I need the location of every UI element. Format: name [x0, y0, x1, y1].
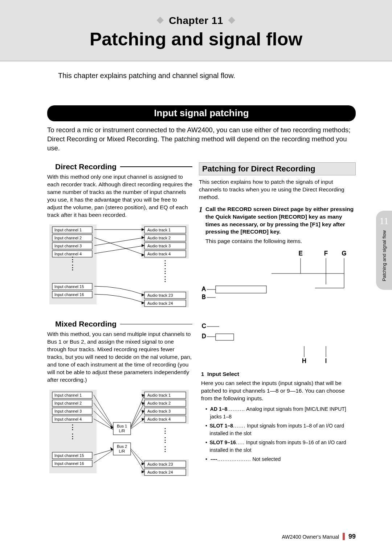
callout-I: I — [325, 358, 327, 364]
input-select-body: Here you can select the inputs (input si… — [201, 380, 356, 402]
callout-G: G — [342, 250, 346, 256]
input-select-list: • AD 1–8.......... Analog input signals … — [205, 405, 356, 463]
direct-recording-body: With this method only one input channel … — [47, 173, 192, 219]
svg-text:⋮: ⋮ — [69, 433, 76, 440]
svg-text:⋮: ⋮ — [162, 259, 168, 267]
heading-rule — [120, 324, 192, 325]
label: Input channel 16 — [54, 461, 84, 466]
callout-C: C — [202, 323, 206, 329]
svg-text:⋮: ⋮ — [162, 267, 168, 275]
side-tab: 11 Patching and signal flow — [376, 211, 392, 290]
side-tab-number: 11 — [376, 216, 392, 227]
svg-rect-76 — [216, 286, 266, 293]
label: Audio track 23 — [147, 462, 173, 466]
svg-text:⋮: ⋮ — [69, 256, 76, 263]
list-item: • SLOT 1–8....... Input signals from inp… — [205, 422, 356, 437]
label: Audio track 1 — [147, 228, 171, 232]
svg-text:L/R: L/R — [119, 429, 125, 433]
svg-text:⋮: ⋮ — [69, 424, 76, 431]
list-item: • SLOT 9–16..... Input signals from inpu… — [205, 439, 356, 454]
chapter-label: ◆ Chapter 11 ◆ — [0, 15, 392, 27]
footer-product: AW2400 Owner's Manual — [282, 534, 339, 540]
svg-text:⋮: ⋮ — [162, 436, 168, 443]
patching-direct-intro: This section explains how to patch the s… — [199, 178, 356, 201]
svg-text:⋮: ⋮ — [162, 275, 168, 283]
callout-D: D — [202, 333, 206, 339]
list-item: • ----................... Not selected — [205, 455, 356, 463]
label: Audio track 24 — [147, 301, 173, 305]
list-item: • AD 1–8.......... Analog input signals … — [205, 405, 356, 421]
page-number: 99 — [348, 533, 356, 540]
left-column: Direct Recording With this method only o… — [47, 162, 192, 478]
label: Audio track 3 — [147, 409, 171, 413]
footer-accent-bar — [343, 533, 345, 540]
svg-text:L/R: L/R — [119, 449, 125, 453]
label: Input channel 16 — [54, 292, 84, 297]
mixed-recording-diagram: Bus 1 L/R Bus 2 L/R Input channel 1 Inpu… — [47, 388, 192, 478]
bus2-label: Bus 2 — [117, 444, 127, 449]
step-1: 1 Call the RECORD screen Direct page by … — [199, 206, 356, 245]
label: Input channel 4 — [54, 252, 82, 256]
circled-1: 1 — [201, 371, 204, 377]
bus1-label: Bus 1 — [117, 424, 127, 428]
label: Audio track 4 — [147, 252, 171, 256]
callout-A: A — [202, 286, 206, 292]
label: Input channel 1 — [54, 393, 82, 397]
label: Input channel 15 — [54, 453, 84, 458]
svg-text:⋮: ⋮ — [162, 427, 168, 434]
section-intro: To record a mic or instrument connected … — [47, 126, 356, 153]
input-select-heading: 1 Input Select — [201, 371, 356, 377]
label: Input channel 2 — [54, 401, 82, 405]
label: Input channel 15 — [54, 284, 84, 289]
step-number: 1 — [199, 206, 203, 236]
input-select-title: Input Select — [207, 371, 239, 377]
label: Input channel 3 — [54, 409, 82, 413]
side-tab-text: Patching and signal flow — [381, 230, 387, 281]
heading-rule — [120, 166, 192, 167]
svg-rect-80 — [216, 334, 234, 340]
heading-direct-recording: Direct Recording — [55, 162, 192, 171]
direct-recording-diagram: Input channel 1 Input channel 2 Input ch… — [47, 222, 192, 309]
callout-B: B — [202, 294, 206, 300]
right-column: Patching for Direct Recording This secti… — [199, 162, 356, 478]
svg-line-33 — [94, 395, 113, 428]
svg-text:⋮: ⋮ — [69, 264, 76, 271]
mixed-recording-body: With this method, you can send multiple … — [47, 331, 192, 384]
svg-line-38 — [94, 450, 113, 463]
label: Audio track 1 — [147, 393, 171, 397]
chapter-prefix: Chapter 11 — [169, 15, 223, 26]
step-follow-text: This page contains the following items. — [205, 238, 356, 244]
label: Input channel 3 — [54, 244, 82, 248]
record-screen-callouts: E F G A B C D — [199, 248, 351, 364]
svg-line-35 — [94, 411, 113, 429]
heading-text: Direct Recording — [55, 162, 117, 171]
label: Audio track 2 — [147, 401, 171, 405]
page-header: ◆ Chapter 11 ◆ Patching and signal flow — [0, 0, 392, 61]
label: Audio track 4 — [147, 417, 171, 421]
chapter-title: Patching and signal flow — [0, 29, 392, 50]
chapter-intro: This chapter explains patching and chann… — [58, 72, 356, 80]
label: Audio track 2 — [147, 236, 171, 240]
heading-mixed-recording: Mixed Recording — [55, 320, 192, 328]
heading-text: Mixed Recording — [55, 320, 117, 328]
callout-E: E — [299, 250, 303, 256]
svg-text:⋮: ⋮ — [162, 445, 168, 453]
svg-line-5 — [94, 238, 144, 246]
diamond-icon: ◆ — [157, 15, 164, 24]
step-bold-text: Call the RECORD screen Direct page by ei… — [205, 206, 354, 235]
diamond-icon: ◆ — [228, 15, 235, 24]
label: Audio track 23 — [147, 293, 173, 297]
callout-H: H — [302, 358, 306, 364]
label: Input channel 2 — [54, 236, 82, 240]
section-bar-input-signal-patching: Input signal patching — [47, 105, 356, 121]
label: Input channel 4 — [54, 417, 82, 421]
label: Audio track 24 — [147, 470, 173, 474]
label: Input channel 1 — [54, 228, 82, 232]
label: Audio track 3 — [147, 244, 171, 248]
page-content: This chapter explains patching and chann… — [0, 61, 392, 478]
page-footer: AW2400 Owner's Manual 99 — [282, 533, 356, 540]
callout-F: F — [324, 250, 328, 256]
heading-patching-direct: Patching for Direct Recording — [199, 162, 356, 175]
